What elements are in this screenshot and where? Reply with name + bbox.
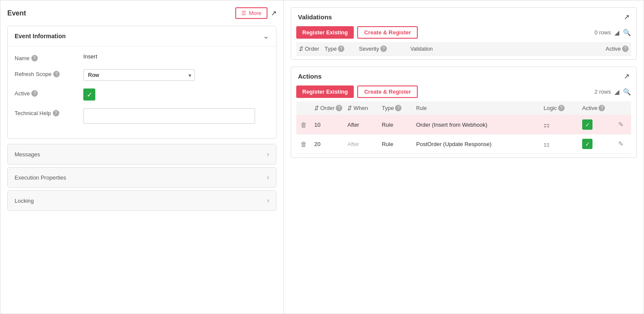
left-panel: Event ☰ More ↗ Event Information ⌄ Name [0,0,284,314]
execution-properties-label: Execution Properties [15,174,66,181]
validations-col-active: Active ? [597,42,631,56]
active-check-2[interactable]: ✓ [582,139,592,149]
logic-diagram-icon-2[interactable]: ⚏ [544,140,550,148]
validations-active-help-icon[interactable]: ? [622,46,629,52]
event-information-header[interactable]: Event Information ⌄ [8,26,276,46]
type-help-icon[interactable]: ? [338,46,344,52]
actions-col-when: ⇵ When [345,101,379,115]
type-cell-2: Rule [379,134,413,154]
execution-properties-header[interactable]: Execution Properties › [8,168,276,187]
more-button-label: More [249,10,261,16]
severity-help-icon[interactable]: ? [380,46,387,52]
active-cell-1: ✓ [580,115,614,134]
edit-icon-2[interactable]: ✎ [617,139,626,148]
messages-header[interactable]: Messages › [8,144,276,164]
actions-rows-count: 2 rows [595,88,611,95]
validations-expand-icon[interactable]: ↗ [624,13,629,21]
refresh-scope-help-icon[interactable]: ? [53,71,60,77]
refresh-scope-row: Refresh Scope ? Row ▾ [15,69,269,81]
when-sort-icon: ⇵ [347,105,352,111]
messages-section: Messages › [7,144,276,165]
order-cell-1: 10 [312,115,345,134]
actions-register-button[interactable]: Register Existing [296,85,354,98]
delete-icon-2[interactable]: 🗑 [299,140,309,149]
actions-buttons: Register Existing Create & Register [296,85,418,98]
delete-icon-1[interactable]: 🗑 [299,120,309,129]
actions-col-type: Type ? [379,101,413,115]
validations-col-validation: Validation [408,42,597,56]
edit-cell-2[interactable]: ✎ [614,134,631,154]
validations-register-button[interactable]: Register Existing [296,26,354,39]
messages-chevron-icon: › [267,150,269,158]
actions-create-button[interactable]: Create & Register [357,85,418,98]
edit-cell-1[interactable]: ✎ [614,115,631,134]
order-help-icon[interactable]: ? [336,105,342,111]
active-help-icon[interactable]: ? [31,90,38,97]
validations-title: Validations [298,13,332,21]
actions-right-actions: 2 rows ◢ 🔍 [595,88,631,96]
validations-rows-count: 0 rows [595,29,611,36]
rule-cell-2: PostOrder (Update Response) [413,134,541,154]
actions-title: Actions [298,73,322,80]
validations-toolbar: Register Existing Create & Register 0 ro… [291,26,636,59]
technical-help-icon[interactable]: ? [53,110,59,116]
actions-expand-icon[interactable]: ↗ [624,72,629,80]
technical-help-input-container[interactable] [83,108,269,124]
name-row: Name ? Insert [15,53,269,61]
name-help-icon[interactable]: ? [31,55,38,61]
validations-filter-icon[interactable]: ◢ [614,29,620,37]
actions-type-help-icon[interactable]: ? [395,105,401,111]
active-checkbox[interactable]: ✓ [83,88,95,101]
actions-col-logic: Logic ? [541,101,580,115]
actions-active-help-icon[interactable]: ? [598,105,605,111]
delete-cell-1[interactable]: 🗑 [296,115,312,134]
validations-search-icon[interactable]: 🔍 [623,29,631,37]
right-panel: Validations ↗ Register Existing Create &… [284,0,644,314]
actions-header: Actions ↗ [291,67,636,85]
actions-table: ⇵ Order ? ⇵ When [296,101,631,154]
messages-label: Messages [15,151,40,158]
left-panel-header: Event ☰ More ↗ [7,7,276,19]
actions-col-active: Active ? [580,101,614,115]
technical-help-label: Technical Help ? [15,108,83,116]
name-label: Name ? [15,53,83,61]
validations-panel: Validations ↗ Register Existing Create &… [291,7,637,60]
actions-col-order: ⇵ Order ? [312,101,345,115]
active-check-1[interactable]: ✓ [582,119,592,130]
sort-icon: ⇵ [299,46,304,52]
logic-diagram-icon-1[interactable]: ⚏ [544,121,550,128]
execution-properties-section: Execution Properties › [7,167,276,188]
delete-cell-2[interactable]: 🗑 [296,134,312,154]
logic-cell-2[interactable]: ⚏ [541,134,580,154]
validations-right-actions: 0 rows ◢ 🔍 [595,29,631,37]
table-row: 🗑 20 After Rule PostOrder (Update Respon… [296,134,631,154]
collapse-toggle-icon[interactable]: ⌄ [263,31,269,41]
active-checkbox-container[interactable]: ✓ [83,88,269,101]
refresh-scope-select[interactable]: Row [83,69,195,81]
validations-col-order: ⇵ Order [296,42,322,56]
validations-create-button[interactable]: Create & Register [357,26,418,39]
event-information-body: Name ? Insert Refresh Scope ? [8,46,276,138]
validations-table: ⇵ Order Type ? [296,42,631,56]
more-button[interactable]: ☰ More [235,7,267,19]
refresh-scope-value[interactable]: Row ▾ [83,69,269,81]
expand-icon[interactable]: ↗ [271,9,276,17]
validations-header: Validations ↗ [291,8,636,26]
event-information-title: Event Information [15,33,66,40]
table-row: 🗑 10 After Rule Order (Insert from Webho… [296,115,631,134]
actions-filter-icon[interactable]: ◢ [614,88,620,96]
locking-chevron-icon: › [267,197,269,204]
actions-search-icon[interactable]: 🔍 [623,88,631,96]
logic-help-icon[interactable]: ? [558,105,565,111]
menu-lines-icon: ☰ [241,10,246,16]
order-sort-icon: ⇵ [314,105,319,111]
technical-help-input[interactable] [83,108,255,124]
edit-icon-1[interactable]: ✎ [617,120,626,129]
actions-table-body: 🗑 10 After Rule Order (Insert from Webho… [296,115,631,154]
left-panel-title: Event [7,9,26,17]
technical-help-row: Technical Help ? [15,108,269,124]
order-cell-2: 20 [312,134,345,154]
logic-cell-1[interactable]: ⚏ [541,115,580,134]
locking-header[interactable]: Locking › [8,191,276,210]
refresh-scope-select-wrapper[interactable]: Row ▾ [83,69,195,81]
